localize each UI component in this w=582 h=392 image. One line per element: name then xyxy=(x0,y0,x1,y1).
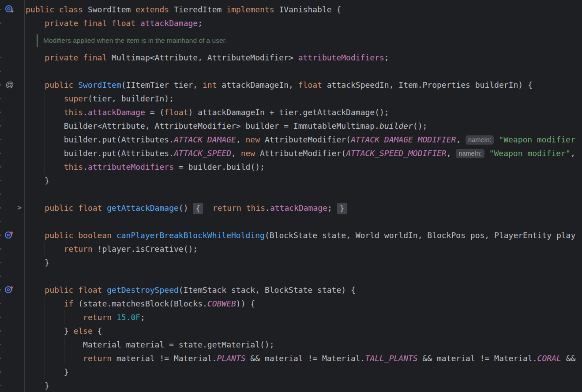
code-token: return xyxy=(83,354,116,363)
code-line[interactable]: return !player.isCreative(); xyxy=(0,242,582,256)
rendered-doc-comment[interactable]: Modifiers applied when the item is in th… xyxy=(0,30,582,51)
line-number-sliver xyxy=(0,289,1,291)
code-token: return xyxy=(213,203,246,213)
code-token: (tier, builderIn); xyxy=(88,94,174,103)
line-number-sliver xyxy=(0,371,1,373)
code-line-blank[interactable] xyxy=(0,64,582,78)
indent-guide xyxy=(45,242,45,256)
line-number-sliver xyxy=(0,125,1,127)
line-number-sliver xyxy=(0,344,1,345)
code-token: extends xyxy=(135,5,174,14)
code-token: )) { xyxy=(236,299,255,308)
code-token: public boolean xyxy=(45,231,116,240)
code-line[interactable]: } xyxy=(0,256,582,269)
code-line[interactable]: return material != Material.PLANTS && ma… xyxy=(0,351,582,365)
code-token: COBWEB xyxy=(207,299,236,308)
code-line[interactable]: this.attributeModifiers = builder.build(… xyxy=(0,160,582,174)
code-token: int xyxy=(203,80,222,90)
code-token: builder.put(Attributes. xyxy=(26,149,174,158)
code-line-blank[interactable] xyxy=(0,215,582,228)
code-token: public float xyxy=(45,203,107,213)
code-token: ; xyxy=(327,203,337,213)
code-line[interactable]: public SwordItem(IItemTier tier, int att… xyxy=(0,78,582,92)
code-token: private final float xyxy=(45,19,140,28)
code-token: } xyxy=(26,258,49,267)
code-line[interactable]: private final float attackDamage; xyxy=(0,16,582,30)
code-token: new xyxy=(246,135,265,144)
code-line[interactable]: public float getDestroySpeed(ItemStack s… xyxy=(0,283,582,297)
ide-editor: { "editor": { "background": "#1E1F22", "… xyxy=(0,0,582,392)
annotation-at-icon[interactable]: @ xyxy=(5,80,15,90)
code-token: (state.matchesBlock(Blocks. xyxy=(78,299,207,308)
overrides-method-icon[interactable] xyxy=(4,230,14,240)
folded-region-brace[interactable]: } xyxy=(337,203,347,214)
code-token: TieredItem xyxy=(174,5,226,14)
code-line[interactable]: return 15.0F; xyxy=(0,310,582,324)
code-token: CORAL xyxy=(537,354,561,363)
code-token: !player.isCreative(); xyxy=(98,244,198,254)
code-line[interactable]: } xyxy=(0,379,582,392)
code-token: && material != Material. xyxy=(246,354,365,363)
fold-chevron-icon[interactable]: > xyxy=(15,203,24,213)
code-line[interactable]: builder.put(Attributes.ATTACK_SPEED, new… xyxy=(0,146,582,160)
code-token: attributeModifiers xyxy=(298,53,384,62)
code-token: (BlockState state, World worldIn, BlockP… xyxy=(265,231,575,240)
code-token: } xyxy=(26,381,49,390)
code-token: Multimap<Attribute, AttributeModifier> xyxy=(112,53,298,62)
code-line[interactable]: public boolean canPlayerBreakBlockWhileH… xyxy=(0,228,582,242)
code-token: private final xyxy=(45,53,112,62)
line-number-sliver xyxy=(0,98,1,99)
code-token: , xyxy=(456,135,466,144)
code-token: . xyxy=(83,108,88,117)
code-token: if xyxy=(64,299,79,308)
code-token: ATTACK_DAMAGE xyxy=(174,135,236,144)
code-line[interactable]: if (state.matchesBlock(Blocks.COBWEB)) { xyxy=(0,297,582,310)
code-token: attackDamage xyxy=(270,203,327,213)
code-token: , xyxy=(231,149,241,158)
line-number-sliver xyxy=(0,330,1,332)
code-line[interactable]: public float getAttackDamage() { return … xyxy=(0,201,582,215)
code-token: builder xyxy=(379,121,413,131)
code-token xyxy=(26,285,45,295)
code-line[interactable]: Material material = state.getMaterial(); xyxy=(0,338,582,351)
code-token: return xyxy=(83,313,116,322)
code-line[interactable]: this.attackDamage = (float) attackDamage… xyxy=(0,105,582,119)
line-number-sliver xyxy=(0,303,1,304)
code-token: ATTACK_DAMAGE_MODIFIER xyxy=(351,135,456,144)
is-subclassed-icon[interactable] xyxy=(5,4,15,14)
line-number-sliver xyxy=(0,139,1,140)
code-token: } xyxy=(26,367,69,377)
code-token xyxy=(494,135,499,144)
overrides-method-icon[interactable] xyxy=(4,285,14,295)
code-token: . xyxy=(265,203,270,213)
code-line[interactable]: } else { xyxy=(0,324,582,338)
code-token: . xyxy=(83,162,88,172)
code-token: attackDamage xyxy=(88,108,145,117)
line-number-sliver xyxy=(0,112,1,113)
code-token xyxy=(26,53,45,62)
code-line[interactable]: builder.put(Attributes.ATTACK_DAMAGE, ne… xyxy=(0,133,582,146)
code-line-blank[interactable] xyxy=(0,187,582,201)
code-line[interactable]: public class SwordItem extends TieredIte… xyxy=(0,3,582,16)
code-token: AttributeModifier( xyxy=(260,149,346,158)
indent-guide xyxy=(64,310,64,324)
code-token: SwordItem xyxy=(78,80,121,90)
editor-gutter: @> xyxy=(0,0,25,392)
code-token: Builder<Attribute, AttributeModifier> bu… xyxy=(26,121,379,131)
code-token xyxy=(26,354,83,363)
code-line[interactable]: super(tier, builderIn); xyxy=(0,92,582,105)
code-token: ) attackDamageIn + tier.getAttackDamage(… xyxy=(188,108,389,117)
code-token: PLANTS xyxy=(217,354,245,363)
code-area[interactable]: public class SwordItem extends TieredIte… xyxy=(0,0,582,392)
code-line-blank[interactable] xyxy=(0,269,582,283)
code-token: () xyxy=(179,203,193,213)
code-line[interactable]: Builder<Attribute, AttributeModifier> bu… xyxy=(0,119,582,133)
folded-region-brace[interactable]: { xyxy=(193,203,203,214)
code-token: { xyxy=(98,326,102,336)
code-line[interactable]: private final Multimap<Attribute, Attrib… xyxy=(0,51,582,64)
code-line[interactable]: } xyxy=(0,365,582,379)
line-number-sliver xyxy=(0,22,1,24)
code-line[interactable]: } xyxy=(0,174,582,187)
code-token: this xyxy=(64,162,83,172)
line-number-sliver xyxy=(0,84,1,86)
